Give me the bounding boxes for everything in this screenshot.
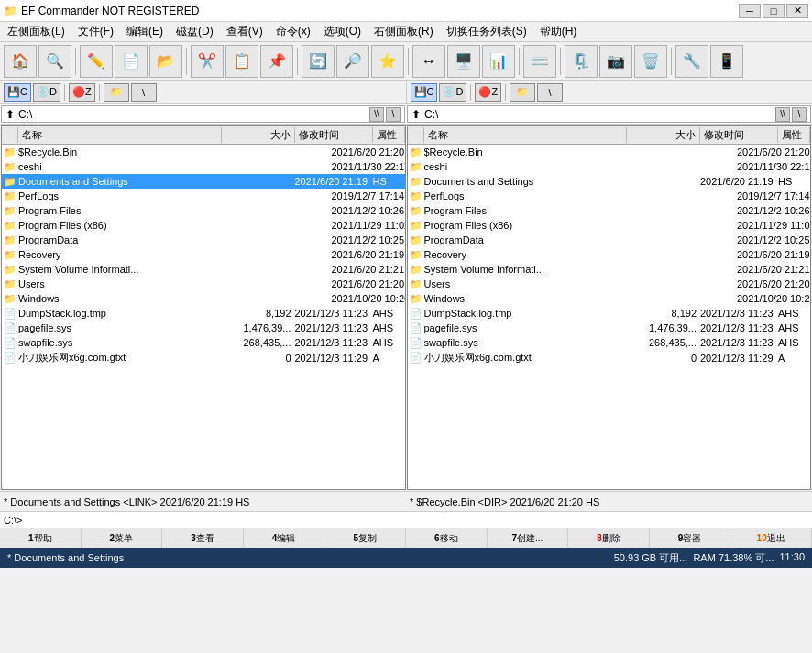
tb-home-button[interactable]: 🏠 — [4, 45, 37, 78]
func-key-10[interactable]: 10退出 — [730, 528, 812, 548]
file-row[interactable]: 📁 ProgramData 2021/12/2 10:25 H — [408, 233, 811, 247]
path-display-text[interactable]: C:\> — [4, 515, 22, 526]
tb-paste-button[interactable]: 📌 — [260, 45, 293, 78]
minimize-button[interactable]: ─ — [739, 4, 761, 18]
tb-edit-button[interactable]: ✏️ — [80, 45, 113, 78]
file-row[interactable]: 📁 $Recycle.Bin 2021/6/20 21:20 HS — [408, 145, 811, 159]
file-row[interactable]: 📁 Windows 2021/10/20 10:26 — [408, 291, 811, 306]
tb-extra2-button[interactable]: 📱 — [710, 45, 743, 78]
func-key-8[interactable]: 8删除 — [568, 528, 650, 548]
maximize-button[interactable]: □ — [763, 4, 785, 18]
func-key-4[interactable]: 4编辑 — [244, 528, 325, 548]
tb-sync-button[interactable]: ↔️ — [412, 45, 445, 78]
tb-compress-button[interactable]: 🗜️ — [565, 45, 598, 78]
file-row[interactable]: 📁 $Recycle.Bin 2021/6/20 21:20 HS — [2, 145, 405, 159]
file-row[interactable]: 📁 Users 2021/6/20 21:20 R — [408, 277, 811, 291]
tb-find-button[interactable]: 🔎 — [336, 45, 369, 78]
tb-camera-button[interactable]: 📷 — [599, 45, 632, 78]
tb-chart-button[interactable]: 📊 — [482, 45, 515, 78]
menu-disk[interactable]: 磁盘(D) — [170, 22, 219, 41]
tb-monitor-button[interactable]: 🖥️ — [447, 45, 480, 78]
func-key-5[interactable]: 5复制 — [324, 528, 406, 548]
file-row[interactable]: 📄 pagefile.sys 1,476,39... 2021/12/3 11:… — [2, 321, 405, 335]
menu-file[interactable]: 文件(F) — [72, 22, 119, 41]
right-drive-z[interactable]: 🔴Z — [475, 83, 501, 102]
tb-new-button[interactable]: 📄 — [115, 45, 148, 78]
menu-help[interactable]: 帮助(H) — [534, 22, 583, 41]
tb-trash-button[interactable]: 🗑️ — [634, 45, 667, 78]
menu-cmd[interactable]: 命令(x) — [270, 22, 316, 41]
menu-edit[interactable]: 编辑(E) — [121, 22, 169, 41]
right-drive-d[interactable]: 💿D — [439, 83, 466, 102]
menu-left-panel[interactable]: 左侧面板(L) — [2, 22, 71, 41]
right-col-name-header[interactable]: 名称 — [424, 127, 628, 143]
left-drive-z[interactable]: 🔴Z — [69, 83, 95, 102]
file-row[interactable]: 📄 swapfile.sys 268,435,... 2021/12/3 11:… — [2, 335, 405, 350]
file-row[interactable]: 📁 ceshi 2021/11/30 22:17 — [2, 159, 405, 174]
tb-fav-button[interactable]: ⭐ — [371, 45, 404, 78]
left-nav-back[interactable]: \\ — [369, 107, 384, 122]
file-row[interactable]: 📁 System Volume Informati... 2021/6/20 2… — [2, 262, 405, 277]
func-key-6[interactable]: 6移动 — [406, 528, 488, 548]
tb-cut-button[interactable]: ✂️ — [191, 45, 224, 78]
func-key-9[interactable]: 9容器 — [650, 528, 731, 548]
close-button[interactable]: ✕ — [786, 4, 808, 18]
file-row[interactable]: 📁 PerfLogs 2019/12/7 17:14 — [2, 189, 405, 203]
tb-search-button[interactable]: 🔍 — [38, 45, 71, 78]
right-nav-back[interactable]: \\ — [775, 107, 790, 122]
file-row[interactable]: 📁 Program Files (x86) 2021/11/29 11:02 R — [2, 218, 405, 233]
tb-cmd-button[interactable]: ⌨️ — [523, 45, 556, 78]
tb-refresh-button[interactable]: 🔄 — [302, 45, 335, 78]
file-row[interactable]: 📁 Recovery 2021/6/20 21:19 HS — [408, 247, 811, 262]
file-row[interactable]: 📄 DumpStack.log.tmp 8,192 2021/12/3 11:2… — [408, 306, 811, 321]
tb-open-button[interactable]: 📂 — [149, 45, 182, 78]
file-row[interactable]: 📁 Program Files 2021/12/2 10:26 R — [408, 203, 811, 218]
file-row[interactable]: 📄 小刀娱乐网x6g.com.gtxt 0 2021/12/3 11:29 A — [408, 350, 811, 365]
right-file-list[interactable]: 📁 $Recycle.Bin 2021/6/20 21:20 HS 📁 cesh… — [408, 145, 811, 489]
menu-options[interactable]: 选项(O) — [318, 22, 367, 41]
left-drive-folder[interactable]: 📁 — [104, 83, 129, 102]
right-col-size-header[interactable]: 大小 — [627, 127, 700, 143]
right-nav-fwd[interactable]: \ — [792, 107, 807, 122]
left-file-list[interactable]: 📁 $Recycle.Bin 2021/6/20 21:20 HS 📁 cesh… — [2, 145, 405, 489]
left-col-date-header[interactable]: 修改时间 — [295, 127, 373, 143]
right-drive-folder[interactable]: 📁 — [510, 83, 535, 102]
file-row[interactable]: 📄 小刀娱乐网x6g.com.gtxt 0 2021/12/3 11:29 A — [2, 350, 405, 365]
right-drive-back[interactable]: \ — [537, 83, 563, 102]
file-row[interactable]: 📁 Recovery 2021/6/20 21:19 HS — [2, 247, 405, 262]
menu-tasklist[interactable]: 切换任务列表(S) — [441, 22, 532, 41]
left-drive-d[interactable]: 💿D — [33, 83, 60, 102]
left-drive-back[interactable]: \ — [131, 83, 157, 102]
file-row[interactable]: 📁 System Volume Informati... 2021/6/20 2… — [408, 262, 811, 277]
tb-copy-button[interactable]: 📋 — [225, 45, 258, 78]
left-col-size-header[interactable]: 大小 — [222, 127, 295, 143]
file-row[interactable]: 📁 Program Files (x86) 2021/11/29 11:02 R — [408, 218, 811, 233]
file-row[interactable]: 📁 ProgramData 2021/12/2 10:25 H — [2, 233, 405, 247]
func-key-1[interactable]: 1帮助 — [0, 528, 82, 548]
right-col-date-header[interactable]: 修改时间 — [700, 127, 778, 143]
file-row[interactable]: 📄 swapfile.sys 268,435,... 2021/12/3 11:… — [408, 335, 811, 350]
left-col-attr-header[interactable]: 属性 — [373, 127, 405, 143]
file-row[interactable]: 📁 Documents and Settings 2021/6/20 21:19… — [2, 174, 405, 189]
file-row[interactable]: 📁 PerfLogs 2019/12/7 17:14 — [408, 189, 811, 203]
file-row[interactable]: 📁 Documents and Settings 2021/6/20 21:19… — [408, 174, 811, 189]
tb-extra1-button[interactable]: 🔧 — [675, 45, 708, 78]
file-row[interactable]: 📁 Users 2021/6/20 21:20 R — [2, 277, 405, 291]
left-path[interactable]: C:\ — [18, 108, 32, 121]
right-path[interactable]: C:\ — [424, 108, 438, 121]
file-row[interactable]: 📁 Program Files 2021/12/2 10:26 R — [2, 203, 405, 218]
right-col-attr-header[interactable]: 属性 — [778, 127, 810, 143]
file-row[interactable]: 📁 ceshi 2021/11/30 22:17 — [408, 159, 811, 174]
left-drive-c[interactable]: 💾C — [4, 83, 31, 102]
menu-right-panel[interactable]: 右侧面板(R) — [368, 22, 439, 41]
func-key-3[interactable]: 3查看 — [162, 528, 244, 548]
func-key-2[interactable]: 2菜单 — [82, 528, 163, 548]
menu-view[interactable]: 查看(V) — [221, 22, 269, 41]
left-nav-fwd[interactable]: \ — [386, 107, 401, 122]
func-key-7[interactable]: 7创建... — [488, 528, 569, 548]
right-drive-c[interactable]: 💾C — [411, 83, 438, 102]
left-col-name-header[interactable]: 名称 — [18, 127, 222, 143]
file-row[interactable]: 📁 Windows 2021/10/20 10:26 — [2, 291, 405, 306]
file-row[interactable]: 📄 pagefile.sys 1,476,39... 2021/12/3 11:… — [408, 321, 811, 335]
file-row[interactable]: 📄 DumpStack.log.tmp 8,192 2021/12/3 11:2… — [2, 306, 405, 321]
